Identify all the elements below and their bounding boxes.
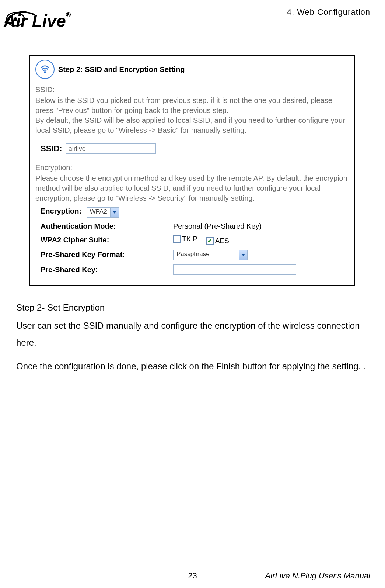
encryption-heading: Encryption: — [35, 163, 349, 172]
ssid-heading: SSID: — [35, 86, 349, 94]
registered-icon: ® — [66, 11, 71, 18]
paragraph-2: Once the configuration is done, please c… — [16, 358, 370, 375]
psk-format-select[interactable]: Passphrase — [173, 250, 248, 260]
encryption-select[interactable]: WPA2 — [87, 207, 119, 218]
ssid-input[interactable] — [66, 143, 156, 154]
auth-mode-label: Authentication Mode: — [41, 222, 173, 231]
finish-button[interactable]: Finish — [88, 285, 130, 286]
brand-logo: Air Live® — [4, 11, 71, 31]
psk-format-value: Passphrase — [174, 250, 213, 260]
encryption-label: Encryption: — [41, 207, 81, 215]
aes-checkbox[interactable]: AES — [206, 237, 229, 245]
encryption-description: Please choose the encryption method and … — [35, 173, 349, 203]
step-title: Step 2: SSID and Encryption Setting — [58, 65, 185, 74]
chevron-down-icon — [239, 250, 247, 260]
svg-point-2 — [44, 71, 46, 73]
tkip-checkbox[interactable]: TKIP — [173, 235, 197, 243]
encryption-value: WPA2 — [87, 208, 110, 217]
manual-title: AirLive N.Plug User's Manual — [265, 571, 370, 581]
psk-label: Pre-Shared Key: — [41, 266, 173, 274]
logo-text: Air Live — [4, 11, 66, 31]
step-heading: Step 2- Set Encryption — [16, 302, 370, 313]
auth-mode-value: Personal (Pre-Shared Key) — [173, 222, 306, 231]
chevron-down-icon — [110, 208, 119, 217]
aes-label: AES — [215, 237, 229, 245]
wifi-icon — [35, 60, 55, 79]
tkip-label: TKIP — [182, 235, 197, 243]
checkbox-checked-icon — [206, 237, 214, 245]
cipher-suite-label: WPA2 Cipher Suite: — [41, 236, 173, 244]
ssid-description: Below is the SSID you picked out from pr… — [35, 96, 349, 135]
section-header: 4. Web Configuration — [287, 7, 370, 17]
paragraph-1: User can set the SSID manually and confi… — [16, 317, 370, 351]
psk-format-label: Pre-Shared Key Format: — [41, 250, 173, 259]
checkbox-icon — [173, 235, 181, 243]
ssid-label: SSID: — [41, 144, 62, 153]
config-screenshot: Step 2: SSID and Encryption Setting SSID… — [29, 55, 355, 286]
previous-button[interactable]: Previous — [41, 285, 82, 286]
psk-input[interactable] — [173, 264, 296, 275]
